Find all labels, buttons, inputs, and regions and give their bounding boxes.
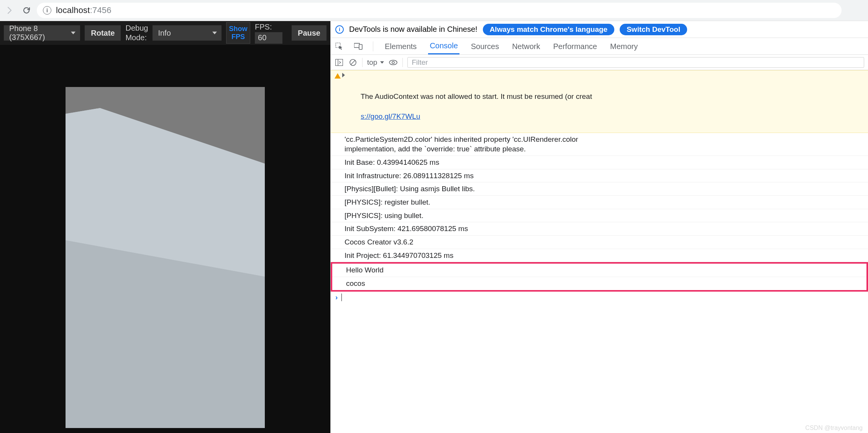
chevron-down-icon: [71, 32, 75, 34]
cursor-icon: [341, 294, 342, 301]
devtools-pane: i DevTools is now available in Chinese! …: [330, 21, 868, 433]
console-control-bar: top Filter: [331, 55, 868, 70]
svg-rect-4: [354, 43, 359, 48]
tab-network[interactable]: Network: [510, 39, 541, 54]
svg-rect-5: [359, 44, 362, 49]
address-bar[interactable]: i localhost:7456: [37, 3, 842, 18]
warning-link[interactable]: s://goo.gl/7K7WLu: [361, 112, 420, 120]
debug-mode-label: Debug Mode:: [125, 24, 148, 42]
live-expression-icon[interactable]: [389, 58, 398, 67]
match-language-button[interactable]: Always match Chrome's language: [483, 24, 615, 35]
console-log[interactable]: [PHYSICS]: using bullet.: [331, 209, 868, 223]
console-log[interactable]: cocos: [332, 277, 866, 290]
svg-point-11: [392, 61, 394, 64]
console-log[interactable]: Cocos Creator v3.6.2: [331, 236, 868, 249]
context-value: top: [367, 58, 377, 67]
preview-pane: Phone 8 (375X667) Rotate Debug Mode: Inf…: [0, 21, 330, 433]
tab-performance[interactable]: Performance: [552, 39, 599, 54]
url-host: localhost: [56, 5, 90, 15]
console-log[interactable]: Init Base: 0.43994140625 ms: [331, 156, 868, 169]
context-select[interactable]: top: [367, 58, 384, 67]
console-sidebar-toggle-icon[interactable]: [335, 58, 344, 67]
fps-block: FPS: 60: [255, 23, 282, 44]
highlighted-logs: Hello World cocos: [331, 262, 868, 291]
inspect-icon[interactable]: [335, 42, 344, 51]
console-log[interactable]: Init Project: 61.344970703125 ms: [331, 249, 868, 262]
device-select-value: Phone 8 (375X667): [9, 24, 75, 42]
svg-line-9: [351, 60, 355, 64]
info-icon: i: [335, 25, 344, 34]
watermark: CSDN @trayvontang: [805, 425, 863, 431]
preview-toolbar: Phone 8 (375X667) Rotate Debug Mode: Inf…: [0, 21, 330, 45]
tab-console[interactable]: Console: [428, 38, 459, 54]
debug-level-select[interactable]: Info: [153, 25, 221, 41]
devtools-language-notice: i DevTools is now available in Chinese! …: [331, 21, 868, 38]
fps-label: FPS:: [255, 23, 282, 31]
rotate-button[interactable]: Rotate: [85, 25, 121, 41]
scene-3d: [66, 87, 265, 428]
console-prompt[interactable]: ›: [331, 292, 868, 303]
reload-button[interactable]: [20, 4, 33, 17]
device-select[interactable]: Phone 8 (375X667): [4, 25, 80, 41]
expand-arrow-icon[interactable]: [342, 73, 345, 77]
devtools-tabs: Elements Console Sources Network Perform…: [331, 38, 868, 55]
forward-button[interactable]: [3, 4, 16, 17]
console-log[interactable]: Hello World: [332, 264, 866, 277]
chevron-down-icon: [212, 32, 217, 34]
filter-placeholder: Filter: [412, 58, 428, 67]
filter-input[interactable]: Filter: [407, 57, 864, 68]
debug-level-value: Info: [158, 29, 171, 38]
tab-sources[interactable]: Sources: [469, 39, 500, 54]
console-log[interactable]: 'cc.ParticleSystem2D.color' hides inheri…: [331, 133, 868, 156]
clear-console-icon[interactable]: [348, 58, 358, 67]
url-text: localhost:7456: [56, 5, 112, 15]
switch-language-button[interactable]: Switch DevTool: [620, 24, 687, 35]
notice-text: DevTools is now available in Chinese!: [349, 25, 477, 34]
site-info-icon[interactable]: i: [43, 6, 51, 15]
chevron-down-icon: [380, 61, 384, 64]
url-port: :7456: [90, 5, 112, 15]
pause-button[interactable]: Pause: [292, 25, 327, 41]
prompt-caret-icon: ›: [335, 293, 338, 302]
svg-rect-6: [336, 59, 343, 66]
console-log[interactable]: Init Infrastructure: 26.089111328125 ms: [331, 169, 868, 183]
console-log[interactable]: Init SubSystem: 421.69580078125 ms: [331, 222, 868, 236]
svg-point-10: [389, 60, 397, 65]
console-warning[interactable]: The AudioContext was not allowed to star…: [331, 70, 868, 133]
show-fps-toggle[interactable]: Show FPS: [226, 22, 250, 44]
fps-input[interactable]: 60: [255, 32, 282, 44]
browser-toolbar: i localhost:7456: [0, 0, 868, 21]
console-log[interactable]: [PHYSICS]: register bullet.: [331, 196, 868, 209]
tab-elements[interactable]: Elements: [383, 39, 418, 54]
preview-frame[interactable]: [66, 87, 265, 428]
console-log[interactable]: [Physics][Bullet]: Using asmjs Bullet li…: [331, 182, 868, 196]
console-output: The AudioContext was not allowed to star…: [331, 70, 868, 433]
tab-memory[interactable]: Memory: [609, 39, 639, 54]
device-toggle-icon[interactable]: [354, 42, 363, 51]
canvas-area: [0, 45, 330, 433]
